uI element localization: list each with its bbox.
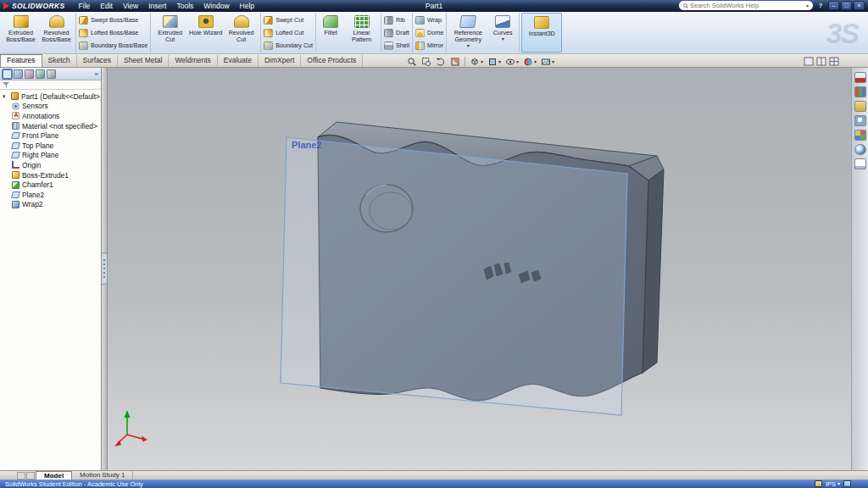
collapse-icon[interactable]: ▾: [3, 93, 8, 100]
search-dropdown-icon[interactable]: ▾: [806, 3, 809, 8]
menu-window[interactable]: Window: [198, 0, 234, 12]
edit-appearance-button[interactable]: ▾: [521, 56, 538, 67]
menu-file[interactable]: File: [74, 0, 96, 12]
panel-overflow-icon[interactable]: »: [95, 70, 98, 78]
graphics-area[interactable]: Plane2: [108, 68, 851, 470]
menu-view[interactable]: View: [118, 0, 143, 12]
reference-geometry-icon: [459, 15, 476, 28]
tree-item-material[interactable]: Material <not specified>: [3, 121, 101, 131]
menu-edit[interactable]: Edit: [95, 0, 118, 12]
hole-wizard-button[interactable]: Hole Wizard: [188, 13, 223, 53]
menu-insert[interactable]: Insert: [143, 0, 171, 12]
featuremanager-tab-icon[interactable]: [3, 69, 12, 79]
lofted-cut-button[interactable]: Lofted Cut: [261, 27, 315, 38]
filter-icon[interactable]: [3, 81, 10, 89]
units-selector[interactable]: IPS ▾: [826, 480, 840, 488]
revolved-boss-button[interactable]: Revolved Boss/Base: [39, 13, 74, 53]
tree-item-chamfer1[interactable]: Chamfer1: [3, 180, 101, 190]
view-orientation-button[interactable]: ▾: [468, 56, 485, 67]
configurationmanager-tab-icon[interactable]: [25, 69, 34, 79]
tree-item-sensors[interactable]: Sensors: [3, 102, 101, 112]
tab-scroll-left-button[interactable]: [17, 472, 25, 480]
file-explorer-icon[interactable]: [854, 101, 866, 112]
wrap-button[interactable]: Wrap: [413, 14, 446, 25]
boundary-boss-button[interactable]: Boundary Boss/Base: [76, 40, 150, 51]
help-icon[interactable]: ?: [816, 2, 825, 9]
tab-office-products[interactable]: Office Products: [301, 55, 363, 67]
close-button[interactable]: ×: [854, 1, 865, 10]
draft-button[interactable]: Draft: [381, 27, 412, 38]
tree-item-plane2[interactable]: Plane2: [3, 190, 101, 200]
maximize-button[interactable]: □: [841, 1, 852, 10]
tree-item-front-plane[interactable]: Front Plane: [3, 130, 101, 141]
extruded-boss-button[interactable]: Extruded Boss/Base: [3, 13, 38, 53]
previous-view-button[interactable]: [434, 56, 448, 67]
lofted-boss-button[interactable]: Lofted Boss/Base: [76, 27, 150, 38]
dome-button[interactable]: Dome: [413, 27, 446, 38]
tab-sheet-metal[interactable]: Sheet Metal: [118, 55, 169, 67]
viewport-quad-button[interactable]: [829, 56, 839, 69]
boundary-cut-label: Boundary Cut: [275, 42, 313, 49]
solidworks-resources-icon[interactable]: [854, 72, 866, 83]
boundary-cut-button[interactable]: Boundary Cut: [261, 40, 315, 51]
display-style-button[interactable]: ▾: [486, 56, 503, 67]
tab-evaluate[interactable]: Evaluate: [218, 55, 259, 67]
status-options-icon[interactable]: [843, 480, 851, 487]
search-input[interactable]: [690, 2, 804, 9]
tab-weldments[interactable]: Weldments: [169, 55, 217, 67]
displaymanager-tab-icon[interactable]: [47, 69, 56, 79]
design-library-icon[interactable]: [854, 86, 866, 97]
tab-dimxpert[interactable]: DimXpert: [259, 55, 301, 67]
zoom-fit-button[interactable]: [405, 56, 419, 67]
tree-item-right-plane[interactable]: Right Plane: [3, 151, 101, 161]
reference-geometry-button[interactable]: Reference Geometry ▾: [448, 13, 487, 53]
tree-item-annotations[interactable]: Annotations: [3, 111, 101, 121]
brand-text: SOLIDWORKS: [12, 2, 65, 10]
tab-scroll-right-button[interactable]: [26, 472, 35, 480]
tab-sketch[interactable]: Sketch: [42, 55, 77, 67]
rib-button[interactable]: Rib: [381, 14, 412, 25]
tab-surfaces[interactable]: Surfaces: [77, 55, 119, 67]
help-search-box[interactable]: ▾: [679, 1, 813, 10]
splitter-handle[interactable]: [102, 252, 108, 285]
panel-splitter[interactable]: [102, 68, 108, 470]
custom-properties-icon[interactable]: [854, 158, 866, 169]
viewport-split-button[interactable]: [816, 56, 826, 69]
instant3d-button[interactable]: Instant3D: [521, 13, 562, 53]
apply-scene-button[interactable]: ▾: [539, 56, 556, 67]
model-tab[interactable]: Model: [36, 471, 72, 480]
curves-button[interactable]: Curves ▾: [488, 13, 517, 53]
swept-cut-button[interactable]: Swept Cut: [261, 14, 315, 25]
tree-item-origin[interactable]: Origin: [3, 160, 101, 170]
shell-button[interactable]: Shell: [381, 40, 412, 51]
revolved-cut-button[interactable]: Revolved Cut: [224, 13, 259, 53]
plane2-surface[interactable]: [281, 137, 627, 415]
appearances-scenes-icon[interactable]: [854, 144, 866, 155]
view-palette-icon[interactable]: [854, 130, 866, 141]
section-view-button[interactable]: [448, 56, 462, 67]
linear-pattern-button[interactable]: Linear Pattern: [344, 13, 379, 53]
swept-boss-button[interactable]: Swept Boss/Base: [76, 14, 150, 25]
menu-help[interactable]: Help: [235, 0, 259, 12]
motion-study-tab[interactable]: Motion Study 1: [72, 471, 133, 480]
minimize-button[interactable]: –: [828, 1, 839, 10]
hide-show-items-button[interactable]: ▾: [504, 56, 520, 67]
mirror-button[interactable]: Mirror: [413, 40, 446, 51]
shell-icon: [384, 42, 393, 50]
menu-tools[interactable]: Tools: [171, 0, 198, 12]
propertymanager-tab-icon[interactable]: [14, 69, 23, 79]
tree-item-wrap2[interactable]: Wrap2: [3, 200, 101, 210]
viewport-single-button[interactable]: [804, 56, 814, 69]
dimxpertmanager-tab-icon[interactable]: [36, 69, 45, 79]
fillet-button[interactable]: Fillet: [318, 13, 343, 53]
search-results-icon[interactable]: [854, 115, 866, 126]
extruded-cut-button[interactable]: Extruded Cut: [153, 13, 187, 53]
tree-item-top-plane[interactable]: Top Plane: [3, 141, 101, 151]
hole-wizard-label: Hole Wizard: [189, 30, 222, 36]
tree-item-part1[interactable]: ▾ Part1 (Default<<Default>_Disp...: [3, 92, 101, 102]
zoom-area-button[interactable]: [420, 56, 433, 67]
status-sketch-icon[interactable]: [815, 480, 822, 487]
appearance-dropdown-icon: ▾: [534, 59, 537, 64]
tree-item-boss-extrude1[interactable]: Boss-Extrude1: [3, 170, 101, 180]
tab-features[interactable]: Features: [0, 54, 42, 67]
